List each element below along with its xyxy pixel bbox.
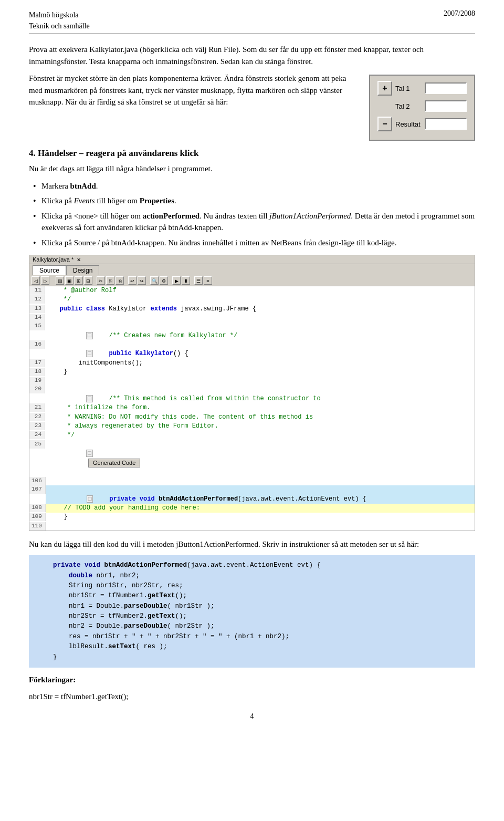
toolbar-btn-8[interactable]: ↩	[128, 276, 136, 285]
toolbar-btn-7[interactable]: ⎗	[116, 276, 124, 285]
paragraph-2: Fönstret är mycket större än den plats k…	[29, 72, 360, 108]
paragraph-1: Prova att exekvera Kalkylator.java (höge…	[29, 44, 475, 67]
toolbar-btn-5[interactable]: ✂	[97, 276, 105, 285]
toolbar-btn-11[interactable]: ⚙	[160, 276, 168, 285]
minus-button[interactable]: −	[377, 117, 392, 131]
code-line-16: 16 □ public Kalkylator() {	[29, 340, 475, 359]
code-line-23: 23 * always regenerated by the Form Edit…	[29, 422, 475, 431]
tal1-label: Tal 1	[395, 85, 422, 92]
code-line-22: 22 * WARNING: Do NOT modify this code. T…	[29, 413, 475, 422]
resultat-label: Resultat	[395, 120, 422, 128]
code-line-110: 110	[29, 522, 475, 531]
explanations-heading: Förklaringar:	[29, 674, 475, 686]
tab-source[interactable]: Source	[33, 265, 66, 275]
code-line-13: 13 public class Kalkylator extends javax…	[29, 305, 475, 314]
tal2-input[interactable]	[425, 100, 467, 112]
section4-intro: Nu är det dags att lägga till några händ…	[29, 163, 475, 175]
list-item: Markera btnAdd.	[29, 180, 475, 192]
code-block-blue: private void btnAddActionPerformed(java.…	[29, 555, 475, 668]
calculator-widget: + Tal 1 Tal 2 − Resultat	[369, 75, 475, 141]
toolbar-btn-3[interactable]: ⊞	[75, 276, 83, 285]
code-line-24: 24 */	[29, 431, 475, 440]
section-intro: Fönstret är mycket större än den plats k…	[29, 72, 475, 141]
code-content: 11 * @author Rolf 12 */ 13 public class …	[29, 286, 475, 531]
code-line-108: 108 // TODO add your handling code here:	[29, 504, 475, 513]
list-item: Klicka på <none> till höger om actionPer…	[29, 210, 475, 234]
code-line-17: 17 initComponents();	[29, 359, 475, 368]
list-item: Klicka på Source / på btnAdd-knappen. Nu…	[29, 237, 475, 249]
header-left: Malmö högskola Teknik och samhälle	[29, 9, 90, 32]
code-editor: Kalkylator.java * ✕ Source Design ◁ ▷ ▤ …	[29, 255, 475, 531]
code-line-18: 18 }	[29, 368, 475, 377]
editor-titlebar: Kalkylator.java * ✕	[29, 255, 475, 264]
editor-tabs-row: Source Design	[29, 264, 475, 275]
toolbar-btn-10[interactable]: 🔍	[150, 276, 159, 285]
code-line-20: 20 □ /** This method is called from with…	[29, 385, 475, 403]
page-number: 4	[29, 712, 475, 721]
toolbar-btn-14[interactable]: ☰	[194, 276, 203, 285]
list-item: Klicka på Events till höger om Propertie…	[29, 195, 475, 207]
code-line-19: 19	[29, 377, 475, 385]
school-name: Malmö högskola	[29, 9, 90, 20]
resultat-input[interactable]	[425, 118, 467, 130]
section-text: Fönstret är mycket större än den plats k…	[29, 72, 360, 141]
calc-tal2-row: Tal 2	[377, 99, 467, 113]
toolbar-btn-13[interactable]: ⏸	[182, 276, 190, 285]
section4-heading: 4. Händelser – reagera på användarens kl…	[29, 148, 475, 159]
code-line-12: 12 */	[29, 295, 475, 304]
toolbar-btn-4[interactable]: ⊟	[84, 276, 92, 285]
tab-design[interactable]: Design	[66, 265, 99, 275]
toolbar-btn-1[interactable]: ▤	[56, 276, 64, 285]
close-icon[interactable]: ✕	[77, 257, 81, 263]
toolbar-btn-fwd[interactable]: ▷	[41, 276, 49, 285]
editor-filename: Kalkylator.java *	[33, 256, 74, 263]
toolbar-btn-15[interactable]: ≡	[204, 276, 212, 285]
calc-minus-row: − Resultat	[377, 117, 467, 131]
toolbar-btn-6[interactable]: ⎘	[106, 276, 114, 285]
editor-toolbar: ◁ ▷ ▤ ▣ ⊞ ⊟ ✂ ⎘ ⎗ ↩ ↪ 🔍 ⚙ ▶ ⏸ ☰ ≡	[29, 275, 475, 286]
page: Malmö högskola Teknik och samhälle 2007/…	[0, 0, 504, 742]
department-name: Teknik och samhälle	[29, 20, 90, 32]
code-line-109: 109 }	[29, 513, 475, 522]
code-line-25: 25 □ Generated Code	[29, 440, 475, 477]
code-line-106: 106	[29, 477, 475, 485]
code-line-107: 107 □ private void btnAddActionPerformed…	[29, 485, 475, 504]
toolbar-btn-2[interactable]: ▣	[65, 276, 74, 285]
header-year: 2007/2008	[444, 9, 475, 32]
code-line-14: 14	[29, 314, 475, 322]
toolbar-btn-9[interactable]: ↪	[138, 276, 146, 285]
plus-button[interactable]: +	[377, 81, 392, 96]
tal2-label: Tal 2	[395, 102, 422, 110]
toolbar-btn-12[interactable]: ▶	[172, 276, 181, 285]
page-header: Malmö högskola Teknik och samhälle 2007/…	[29, 9, 475, 34]
code-line-11: 11 * @author Rolf	[29, 286, 475, 295]
code-line-15: 15 □ /** Creates new form Kalkylator */	[29, 322, 475, 340]
toolbar-btn-back[interactable]: ◁	[32, 276, 40, 285]
code-line-21: 21 * initialize the form.	[29, 403, 475, 412]
bullet-list: Markera btnAdd. Klicka på Events till hö…	[29, 180, 475, 249]
calc-plus-row: + Tal 1	[377, 81, 467, 96]
paragraph-code-intro: Nu kan du lägga till den kod du vill i m…	[29, 538, 475, 550]
tal1-input[interactable]	[425, 82, 467, 94]
generated-code-box[interactable]: Generated Code	[88, 459, 140, 468]
explanation-1: nbr1Str = tfNumber1.getText();	[29, 691, 475, 703]
